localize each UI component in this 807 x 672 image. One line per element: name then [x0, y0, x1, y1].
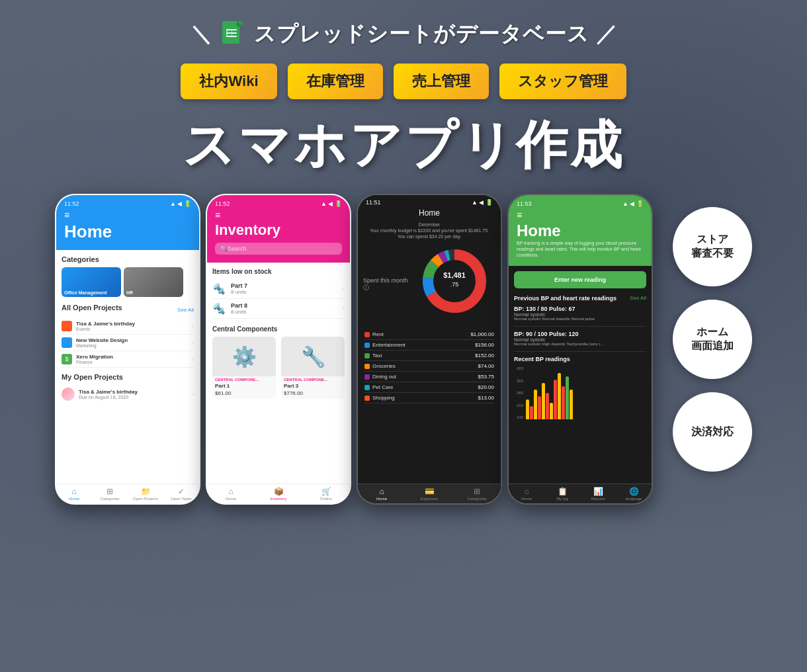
phone4-divider [514, 326, 646, 327]
phone2-comp-1[interactable]: ⚙️ CENTRAL COMPONE... Part 1 $61.00 [212, 337, 276, 399]
phone1-project-2[interactable]: New Website Design Marketing › [62, 335, 194, 351]
phone3-legend-dining: Dining out $53.75 [364, 372, 494, 382]
phone3-nav-expenses[interactable]: 💳 Expenses [405, 487, 453, 501]
phone-home: 11:52 ▲ ◀ 🔋 ≡ Home Categories Office Man… [55, 194, 200, 505]
phone2-header: 11:52 ▲ ◀ 🔋 ≡ Inventory 🔍 Search [207, 195, 350, 263]
phone2-bottom-nav: ⌂ Home 📦 Inventory 🛒 Orders [207, 483, 350, 503]
phone2-comp1-img: ⚙️ [212, 337, 276, 376]
phone1-categories-title: Categories [62, 255, 194, 263]
phone2-nav-inventory[interactable]: 📦 Inventory [255, 487, 302, 501]
phone4-bar [566, 376, 569, 419]
phone4-bar [546, 393, 549, 419]
btn-inventory[interactable]: 在庫管理 [288, 63, 383, 99]
phone2-search[interactable]: 🔍 Search [215, 243, 342, 255]
phone1-nav-home[interactable]: ⌂ Home [56, 487, 92, 501]
phone3-screen: 11:51 ▲ ◀ 🔋 Home December Your monthly b… [358, 195, 501, 503]
phone4-previous-header: Previous BP and heart rate readings See … [514, 295, 646, 302]
phone1-open-projects-header: All Open Projects See All [62, 304, 194, 315]
buttons-row: 社内Wiki 在庫管理 売上管理 スタッフ管理 [181, 63, 626, 99]
phone4-reading-1: BP: 130 / 80 Pulse: 67 Normal systolic N… [514, 306, 646, 321]
phone4-enter-btn[interactable]: Enter new reading [514, 271, 646, 288]
phone2-stock1-info: Part 7 8 units [231, 282, 343, 295]
phone2-components-title: Central Components [212, 325, 345, 333]
phone3-chart-area: Spent this month ⓘ [358, 239, 501, 329]
phone3-bottom-nav: ⌂ Home 💳 Expenses ⊞ Categories [358, 483, 501, 503]
phone3-donut: $1,481 .75 [418, 245, 495, 324]
phone1-nav-openprojects[interactable]: 📁 Open Projects [128, 487, 163, 501]
phones-container: 11:52 ▲ ◀ 🔋 ≡ Home Categories Office Man… [55, 194, 653, 505]
phone1-nav-categories[interactable]: ⊞ Categories [92, 487, 128, 501]
phone1-cat-office[interactable]: Office Management [62, 267, 121, 297]
phone4-statusbar: 11:53 ▲ ◀ 🔋 [517, 200, 644, 207]
phone3-title: Home [366, 208, 493, 218]
phone2-title: Inventory [215, 222, 342, 239]
phone2-comp-2[interactable]: 🔧 CENTRAL COMPONE... Part 3 $776.00 [281, 337, 345, 399]
top-headline: ＼ スプレッドシートがデータベース ／ [191, 20, 617, 49]
page-wrapper: ＼ スプレッドシートがデータベース ／ 社内Wiki 在庫管理 売上管理 スタッ… [0, 0, 807, 672]
phone4-nav-reports[interactable]: 📊 Reports [580, 487, 616, 501]
phone1-bottom-nav: ⌂ Home ⊞ Categories 📁 Open Projects ✓ [56, 483, 199, 503]
phone1-my-project-1[interactable]: Tisa & Jaime's birthday Due on August 18… [62, 385, 194, 403]
phone3-legend-petcare: Pet Care $20.00 [364, 382, 494, 393]
phone1-statusbar: 11:52 ▲ ◀ 🔋 [64, 200, 191, 207]
phone4-nav-home[interactable]: ⌂ Home [509, 487, 544, 501]
phone4-bars [526, 373, 644, 419]
phone2-stock-1[interactable]: 🔩 Part 7 8 units › [212, 279, 345, 299]
phone2-nav-home[interactable]: ⌂ Home [207, 487, 255, 501]
phone3-nav-home[interactable]: ⌂ Home [358, 487, 405, 501]
phone1-title: Home [64, 222, 191, 242]
phone4-bar [526, 399, 529, 419]
phone4-y-axis: 420 350 280 210 140 [517, 366, 523, 419]
btn-staff[interactable]: スタッフ管理 [499, 63, 626, 99]
phone4-bottom-nav: ⌂ Home 📋 My log 📊 Reports 🌐 [509, 483, 652, 503]
phone4-bar [562, 386, 565, 419]
phone3-legend-shopping: Shopping $13.00 [364, 393, 494, 403]
main-heading: スマホアプリ作成 [183, 111, 624, 181]
phone1-nav-opentasks[interactable]: ✓ Open Tasks [163, 487, 199, 501]
badge-home: ホーム画面追加 [673, 300, 752, 379]
phone1-proj1-icon [62, 321, 72, 331]
phone2-component-cards: ⚙️ CENTRAL COMPONE... Part 1 $61.00 🔧 CE… [212, 337, 345, 399]
phone2-components: Central Components ⚙️ CENTRAL COMPONE...… [212, 325, 345, 399]
svg-rect-8 [226, 29, 228, 37]
phone1-cat-hr[interactable]: HR [124, 267, 183, 297]
google-sheets-icon [218, 20, 247, 49]
phone-bp: 11:53 ▲ ◀ 🔋 ≡ Home BP tracking is a simp… [507, 194, 653, 505]
phone4-bar [534, 390, 537, 419]
phone2-nav-orders[interactable]: 🛒 Orders [302, 487, 350, 501]
phone4-nav-language[interactable]: 🌐 language [616, 487, 652, 501]
phone1-categories: Office Management HR [62, 267, 194, 297]
phone3-legend-taxi: Taxi $152.00 [364, 351, 494, 361]
phone1-header: 11:52 ▲ ◀ 🔋 ≡ Home [56, 195, 199, 250]
phone2-stock2-info: Part 8 8 units [231, 302, 343, 315]
phone4-nav-mylog[interactable]: 📋 My log [544, 487, 580, 501]
phone3-legend: Rent $1,000.00 Entertainment $156.00 [358, 329, 501, 403]
phone3-nav-categories[interactable]: ⊞ Categories [453, 487, 501, 501]
phone3-header: Home [358, 206, 501, 222]
phone-inventory: 11:52 ▲ ◀ 🔋 ≡ Inventory 🔍 Search Items l… [206, 194, 351, 505]
btn-wiki[interactable]: 社内Wiki [181, 63, 276, 99]
phone4-bar [542, 383, 545, 419]
phone4-bar [554, 380, 557, 419]
badge-store: ストア審査不要 [673, 207, 752, 286]
phone4-title: Home [517, 222, 644, 240]
badge-store-text: ストア審査不要 [691, 233, 734, 261]
phone1-body: Categories Office Management HR All Open… [56, 250, 199, 483]
phone4-subtitle: BP tracking is a simple way of logging y… [517, 240, 644, 258]
phone4-bar [558, 373, 561, 419]
svg-text:.75: .75 [450, 281, 459, 288]
phone3-legend-groceries: Groceries $74.00 [364, 361, 494, 372]
phone1-project-1[interactable]: Tisa & Jaime's birthday Events › [62, 318, 194, 335]
phone2-stock-2[interactable]: 🔩 Part 8 8 units › [212, 299, 345, 319]
phone1-proj2-text: New Website Design Marketing [76, 337, 128, 348]
phones-badges-row: 11:52 ▲ ◀ 🔋 ≡ Home Categories Office Man… [26, 194, 781, 505]
phone1-project-3[interactable]: $ Xero Migration Finance › [62, 351, 194, 368]
phone1-screen: 11:52 ▲ ◀ 🔋 ≡ Home Categories Office Man… [56, 195, 199, 503]
phone4-divider2 [514, 351, 646, 352]
phone4-reading-2: BP: 90 / 100 Pulse: 120 Normal systolic … [514, 331, 646, 346]
badge-payment-text: 決済対応 [691, 425, 734, 439]
btn-sales[interactable]: 売上管理 [394, 63, 489, 99]
phone1-proj3-icon: $ [62, 354, 72, 364]
phone-budget: 11:51 ▲ ◀ 🔋 Home December Your monthly b… [357, 194, 502, 505]
badge-home-text: ホーム画面追加 [691, 325, 734, 353]
